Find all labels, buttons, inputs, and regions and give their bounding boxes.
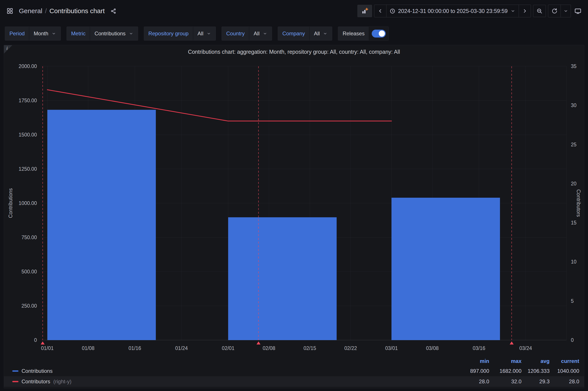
y-axis-tick-left: 2000.00 [4, 64, 37, 69]
chevron-down-icon [563, 8, 569, 14]
dashboards-grid-icon [6, 8, 13, 14]
zoom-out-icon [536, 8, 543, 14]
release-annotation-marker-icon[interactable] [41, 341, 45, 344]
y-axis-tick-left: 1500.00 [4, 132, 37, 137]
chevron-down-icon [510, 8, 516, 14]
x-axis-tick: 02/01 [222, 346, 235, 351]
x-axis-tick: 03/16 [473, 346, 485, 351]
filter-country-value: All [254, 30, 259, 37]
filter-period: Period Month [5, 26, 61, 41]
legend-header-row: minmaxavgcurrent [4, 357, 584, 366]
time-range-picker-button[interactable]: 2024-12-31 00:00:00 to 2025-03-30 23:59:… [386, 5, 519, 17]
add-panel-button[interactable] [357, 5, 372, 17]
legend-series-color-icon [12, 370, 18, 372]
legend-stat-current: 28.0 [550, 379, 579, 385]
filter-repository-group-dropdown[interactable]: All [193, 27, 216, 40]
filter-metric: Metric Contributions [67, 26, 138, 41]
y-axis-tick-right: 10 [571, 259, 577, 264]
legend-stat-max: 32.0 [489, 379, 521, 385]
legend-column-header-min[interactable]: min [456, 358, 489, 364]
y-axis-tick-left: 750.00 [4, 235, 37, 240]
legend-stat-max: 1682.000 [489, 368, 521, 374]
filter-bar: Period Month Metric Contributions Reposi… [0, 22, 588, 45]
filter-period-label[interactable]: Period [5, 27, 29, 40]
filter-company: Company All [278, 26, 332, 41]
releases-toggle[interactable] [372, 30, 386, 37]
release-annotation-marker-icon[interactable] [256, 341, 260, 344]
time-range-label: 2024-12-31 00:00:00 to 2025-03-30 23:59:… [398, 8, 508, 14]
x-axis-tick: 01/01 [41, 346, 54, 351]
chevron-down-icon [129, 31, 133, 36]
monitor-icon [574, 7, 582, 14]
filter-period-dropdown[interactable]: Month [29, 27, 61, 40]
refresh-button[interactable] [548, 5, 561, 17]
plot-canvas [41, 66, 567, 346]
share-dashboard-button[interactable] [109, 7, 118, 15]
filter-repository-group: Repository group All [144, 26, 216, 41]
release-annotation-marker-icon[interactable] [510, 341, 514, 344]
chevron-down-icon [323, 31, 328, 36]
x-axis-tick: 01/08 [82, 346, 95, 351]
refresh-interval-dropdown[interactable] [561, 5, 571, 17]
breadcrumb-folder[interactable]: General [19, 7, 42, 15]
breadcrumb-separator: / [45, 7, 47, 15]
filter-country-label[interactable]: Country [222, 27, 249, 40]
x-axis-tick: 02/15 [303, 346, 316, 351]
legend-stat-min: 28.0 [456, 379, 489, 385]
legend-series-toggle[interactable]: Contributors(right-y) [12, 379, 456, 385]
x-axis-tick: 01/24 [175, 346, 188, 351]
contributions-bar-2025-01 [47, 110, 156, 340]
filter-company-dropdown[interactable]: All [309, 27, 332, 40]
legend-column-header-max[interactable]: max [489, 358, 521, 364]
filter-releases: Releases [338, 26, 389, 41]
y-axis-tick-right: 35 [571, 64, 577, 69]
zoom-out-time-button[interactable] [533, 5, 546, 17]
x-axis-tick: 02/08 [263, 346, 275, 351]
share-icon [111, 8, 116, 14]
y-axis-tick-left: 500.00 [4, 269, 37, 274]
y-axis-tick-right: 25 [571, 142, 577, 147]
x-axis-tick: 01/16 [128, 346, 141, 351]
legend-column-header-current[interactable]: current [550, 358, 579, 364]
y-axis-tick-right: 15 [571, 220, 577, 225]
filter-metric-dropdown[interactable]: Contributions [90, 27, 138, 40]
chevron-down-icon [263, 31, 267, 36]
contributions-chart-panel: i Contributions chart: aggregation: Mont… [4, 45, 584, 388]
x-axis-tick: 03/01 [385, 346, 398, 351]
filter-repository-group-label[interactable]: Repository group [144, 27, 193, 40]
y-axis-tick-right: 0 [571, 338, 574, 343]
y-axis-tick-left: 1750.00 [4, 98, 37, 103]
filter-company-label[interactable]: Company [278, 27, 309, 40]
top-nav: General / Contributions chart [0, 0, 588, 22]
clock-icon [389, 8, 395, 14]
legend: minmaxavgcurrentContributions897.0001682… [4, 357, 584, 387]
releases-toggle-container [369, 27, 388, 40]
y-axis-tick-left: 1250.00 [4, 167, 37, 172]
legend-series-color-icon [12, 381, 18, 382]
legend-series-name: Contributors [21, 379, 50, 385]
dashboards-grid-icon-button[interactable] [5, 6, 14, 15]
y-axis-tick-right: 30 [571, 103, 577, 108]
legend-stat-avg: 29.3 [521, 379, 550, 385]
legend-column-header-avg[interactable]: avg [521, 358, 550, 364]
legend-stat-avg: 1206.333 [521, 368, 550, 374]
filter-company-value: All [314, 30, 320, 37]
y-axis-tick-left: 250.00 [4, 303, 37, 308]
breadcrumb: General / Contributions chart [19, 7, 105, 15]
contributions-bar-2025-02 [228, 217, 337, 340]
contributions-bar-2025-03 [391, 198, 500, 340]
legend-row-contributors: Contributors(right-y)28.032.029.328.0 [4, 376, 584, 387]
x-axis-tick: 02/22 [344, 346, 357, 351]
filter-metric-label[interactable]: Metric [67, 27, 90, 40]
chevron-down-icon [206, 31, 211, 36]
time-shift-back-button[interactable] [374, 5, 386, 17]
x-axis-tick: 03/08 [426, 346, 439, 351]
filter-repository-group-value: All [198, 30, 204, 37]
filter-country-dropdown[interactable]: All [249, 27, 272, 40]
time-shift-forward-button[interactable] [519, 5, 531, 17]
y-axis-tick-left: 0 [4, 338, 37, 343]
legend-series-toggle[interactable]: Contributions [12, 368, 456, 374]
chevron-left-icon [377, 8, 383, 14]
cycle-view-mode-button[interactable] [573, 6, 583, 16]
legend-stat-current: 1040.000 [550, 368, 579, 374]
